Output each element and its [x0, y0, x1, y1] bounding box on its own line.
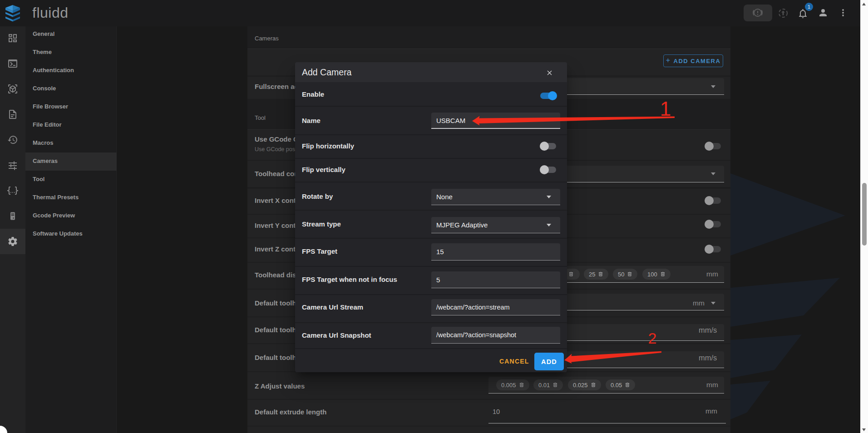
svg-text:1: 1	[660, 98, 671, 120]
svg-text:2: 2	[648, 330, 657, 347]
